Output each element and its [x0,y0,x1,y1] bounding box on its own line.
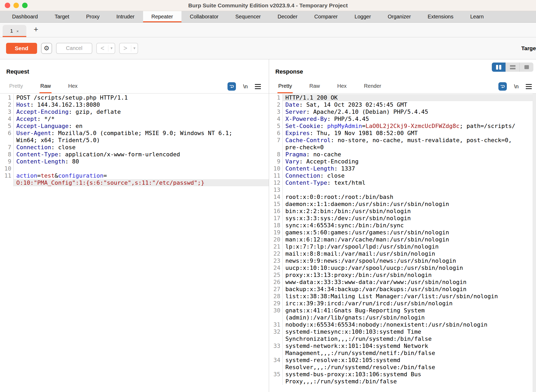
line-number [269,349,283,357]
code-text: games:x:5:60:games:/usr/games:/usr/sbin/… [283,229,536,236]
line-number: 7 [269,137,283,144]
response-editor[interactable]: 1HTTP/1.1 200 OK2Date: Sat, 14 Oct 2023 … [269,94,536,392]
code-line: 3Accept-Encoding: gzip, deflate [0,108,269,115]
window-titlebar: Burp Suite Community Edition v2023.9.4 -… [0,0,536,11]
line-number: 3 [0,108,14,115]
line-number: 15 [269,200,283,208]
line-number: 17 [269,215,283,222]
code-line: 31nobody:x:65534:65534:nobody:/nonexiste… [269,321,536,328]
code-line: 14root:x:0:0:root:/root:/bin/bash [269,193,536,200]
new-tab-button[interactable]: + [34,25,38,35]
line-number: 9 [269,158,283,165]
code-line: 34systemd-resolve:x:102:105:systemd [269,357,536,364]
line-number: 28 [269,293,283,300]
line-number: 34 [269,357,283,364]
nav-tab-collaborator[interactable]: Collaborator [181,11,227,22]
code-text: Vary: Accept-Encoding [283,158,536,165]
line-number [269,364,283,371]
code-line: 26www-data:x:33:33:www-data:/var/www:/us… [269,278,536,286]
line-number: 14 [269,193,283,200]
code-line: 29irc:x:39:39:ircd:/var/run/ircd:/usr/sb… [269,300,536,307]
line-number: 8 [269,151,283,158]
nav-tab-dashboard[interactable]: Dashboard [4,11,46,22]
code-line: 9Vary: Accept-Encoding [269,158,536,165]
nav-tab-proxy[interactable]: Proxy [78,11,108,22]
chevron-left-icon: < [97,44,108,52]
line-number: 5 [0,122,14,130]
code-line: 30gnats:x:41:41:Gnats Bug-Reporting Syst… [269,307,536,314]
back-dropdown-caret-icon[interactable]: ▼ [108,47,115,50]
code-line: 3Server: Apache/2.4.10 (Debian) PHP/5.4.… [269,108,536,115]
editor-menu-icon[interactable] [255,84,261,89]
request-title: Request [6,68,29,75]
repeater-item-tab-1[interactable]: 1 × [3,25,26,37]
code-text: pre-check=0 [283,144,536,151]
nav-tab-comparer[interactable]: Comparer [306,11,346,22]
code-text: mail:x:8:8:mail:/var/mail:/usr/sbin/nolo… [283,250,536,257]
editor-split-view: Request PrettyRawHex \n 1POST /scripts/s… [0,59,536,392]
main-nav: DashboardTargetProxyIntruderRepeaterColl… [0,11,536,23]
line-number: 30 [269,307,283,314]
code-text [14,165,269,172]
line-number: 6 [269,130,283,137]
newline-toggle[interactable]: \n [514,83,519,90]
code-text: systemd-network:x:101:104:systemd Networ… [283,342,536,349]
code-line: 9Content-Length: 80 [0,158,269,165]
line-number: 7 [0,144,14,151]
back-button[interactable]: < ▼ [96,43,115,54]
code-text: Connection: close [283,172,536,179]
nav-tab-extensions[interactable]: Extensions [419,11,462,22]
code-text: Management,,,:/run/systemd/netif:/bin/fa… [283,349,536,357]
word-wrap-toggle[interactable] [498,82,507,91]
code-line: 19games:x:5:60:games:/usr/games:/usr/sbi… [269,229,536,236]
line-number: 6 [0,130,14,137]
tab-raw[interactable]: Raw [39,83,52,93]
response-scrollbar[interactable] [533,94,536,392]
line-number: 32 [269,328,283,335]
nav-tab-learn[interactable]: Learn [462,11,492,22]
request-header: Request PrettyRawHex \n [0,59,269,94]
repeater-toolbar: Send ⚙ Cancel < ▼ > ▼ Target [0,37,536,59]
nav-tab-decoder[interactable]: Decoder [269,11,306,22]
code-line: 12Content-Type: text/html [269,179,536,186]
tab-hex[interactable]: Hex [336,83,347,93]
forward-button[interactable]: > ▼ [119,43,138,54]
line-number [0,137,14,144]
request-editor[interactable]: 1POST /scripts/setup.php HTTP/1.12Host: … [0,94,269,392]
code-text: X-Powered-By: PHP/5.4.45 [283,115,536,122]
code-text: Synchronization,,,:/run/systemd:/bin/fal… [283,335,536,342]
forward-dropdown-caret-icon[interactable]: ▼ [131,47,138,50]
send-button[interactable]: Send [6,43,37,54]
code-line: 11Connection: close [269,172,536,179]
tab-render[interactable]: Render [363,83,382,93]
tab-pretty[interactable]: Pretty [8,83,24,93]
nav-tab-intruder[interactable]: Intruder [108,11,143,22]
nav-tab-repeater[interactable]: Repeater [143,11,181,22]
cancel-button[interactable]: Cancel [56,43,92,54]
nav-tab-target[interactable]: Target [46,11,78,22]
line-number: 21 [269,243,283,250]
line-number: 2 [0,101,14,108]
tab-hex[interactable]: Hex [67,83,78,93]
code-text: nobody:x:65534:65534:nobody:/nonexistent… [283,321,536,328]
code-text: list:x:38:38:Mailing List Manager:/var/l… [283,293,536,300]
nav-tab-sequencer[interactable]: Sequencer [227,11,269,22]
editor-menu-icon[interactable] [526,84,532,89]
code-line: O:10:"PMA_Config":1:{s:6:"source",s:11:"… [0,179,269,186]
tab-raw[interactable]: Raw [309,83,321,93]
settings-gear-button[interactable]: ⚙ [41,43,52,54]
nav-tab-logger[interactable]: Logger [346,11,379,22]
word-wrap-icon [229,84,234,89]
tab-pretty[interactable]: Pretty [277,83,293,93]
line-number [269,314,283,321]
nav-tab-organizer[interactable]: Organizer [379,11,419,22]
line-number [269,378,283,385]
newline-toggle[interactable]: \n [243,83,248,90]
code-line: 8Pragma: no-cache [269,151,536,158]
line-number: 13 [269,186,283,193]
code-text: sys:x:3:3:sys:/dev:/usr/sbin/nologin [283,215,536,222]
word-wrap-toggle[interactable] [227,82,236,91]
code-text: Proxy,,,:/run/systemd:/bin/false [283,378,536,385]
window-title: Burp Suite Community Edition v2023.9.4 -… [0,2,536,9]
close-tab-icon[interactable]: × [16,29,19,33]
